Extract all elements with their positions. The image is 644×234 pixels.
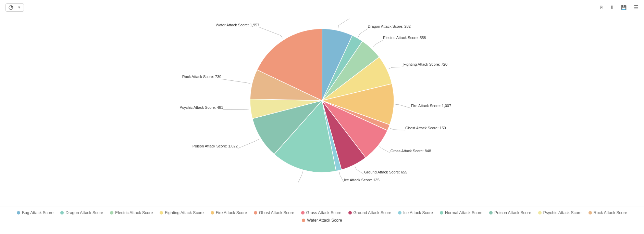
legend-label: Dragon Attack Score bbox=[65, 210, 103, 215]
legend-dot bbox=[348, 211, 352, 214]
label-text-fighting-attack-score: Fighting Attack Score: 720 bbox=[404, 62, 447, 66]
pie-chart-svg: Bug Attack Score: 755Dragon Attack Score… bbox=[168, 18, 476, 183]
legend-label: Ghost Attack Score bbox=[259, 210, 294, 215]
save-report-button[interactable]: 💾 bbox=[621, 5, 628, 10]
header-left: ▼ bbox=[5, 3, 24, 12]
legend-label: Psychic Attack Score bbox=[543, 210, 582, 215]
label-text-ghost-attack-score: Ghost Attack Score: 150 bbox=[405, 126, 446, 130]
legend-dot bbox=[110, 211, 113, 214]
legend-item-ice-attack-score: Ice Attack Score bbox=[398, 210, 433, 215]
label-text-electric-attack-score: Electric Attack Score: 558 bbox=[383, 36, 426, 40]
legend-item-water-attack-score: Water Attack Score bbox=[302, 218, 342, 223]
legend-item-psychic-attack-score: Psychic Attack Score bbox=[538, 210, 582, 215]
legend-label: Grass Attack Score bbox=[306, 210, 342, 215]
legend-dot bbox=[301, 211, 305, 214]
label-line-6 bbox=[380, 146, 391, 153]
legend-dot bbox=[589, 211, 592, 214]
legend-dot bbox=[17, 211, 20, 214]
legend-dot bbox=[60, 211, 64, 214]
legend-area: Bug Attack ScoreDragon Attack ScoreElect… bbox=[0, 207, 644, 226]
label-line-10 bbox=[238, 139, 259, 148]
label-line-12 bbox=[221, 79, 250, 83]
pie-chart-icon bbox=[9, 5, 13, 10]
legend-dot bbox=[489, 211, 493, 214]
legend-item-grass-attack-score: Grass Attack Score bbox=[301, 210, 342, 215]
header: ▼ ⎘ ⬇ 💾 ☰ bbox=[0, 0, 644, 15]
label-text-poison-attack-score: Poison Attack Score: 1,022 bbox=[193, 144, 238, 148]
legend-item-electric-attack-score: Electric Attack Score bbox=[110, 210, 153, 215]
legend-item-poison-attack-score: Poison Attack Score bbox=[489, 210, 531, 215]
save-icon: 💾 bbox=[621, 5, 627, 10]
menu-icon[interactable]: ☰ bbox=[634, 4, 639, 11]
label-line-9 bbox=[295, 171, 303, 183]
header-right: ⎘ ⬇ 💾 ☰ bbox=[600, 4, 639, 11]
legend-item-fire-attack-score: Fire Attack Score bbox=[211, 210, 247, 215]
label-text-ice-attack-score: Ice Attack Score: 135 bbox=[344, 178, 380, 182]
label-text-ground-attack-score: Ground Attack Score: 655 bbox=[364, 170, 407, 174]
legend-dot bbox=[398, 211, 401, 214]
legend-label: Water Attack Score bbox=[307, 218, 342, 223]
legend-label: Bug Attack Score bbox=[22, 210, 53, 215]
legend-item-ground-attack-score: Ground Attack Score bbox=[348, 210, 392, 215]
legend-label: Fire Attack Score bbox=[216, 210, 247, 215]
legend-dot bbox=[302, 219, 305, 222]
legend-item-dragon-attack-score: Dragon Attack Score bbox=[60, 210, 103, 215]
label-text-rock-attack-score: Rock Attack Score: 730 bbox=[182, 75, 221, 79]
legend-item-ghost-attack-score: Ghost Attack Score bbox=[254, 210, 294, 215]
share-button[interactable]: ⎘ bbox=[600, 5, 605, 10]
label-text-grass-attack-score: Grass Attack Score: 848 bbox=[391, 149, 431, 153]
download-button[interactable]: ⬇ bbox=[610, 5, 616, 10]
legend-label: Rock Attack Score bbox=[594, 210, 627, 215]
label-text-dragon-attack-score: Dragon Attack Score: 282 bbox=[368, 24, 411, 28]
legend-dot bbox=[440, 211, 443, 214]
legend-label: Poison Attack Score bbox=[494, 210, 531, 215]
label-line-11 bbox=[223, 109, 249, 110]
label-text-water-attack-score: Water Attack Score: 1,957 bbox=[216, 23, 259, 27]
legend-item-fighting-attack-score: Fighting Attack Score bbox=[160, 210, 203, 215]
legend-label: Ice Attack Score bbox=[403, 210, 433, 215]
chart-area: Bug Attack Score: 755Dragon Attack Score… bbox=[0, 15, 644, 207]
label-line-2 bbox=[373, 40, 383, 47]
chevron-down-icon: ▼ bbox=[17, 5, 21, 9]
legend-dot bbox=[160, 211, 163, 214]
label-line-3 bbox=[388, 67, 404, 69]
legend-dot bbox=[211, 211, 214, 214]
legend-label: Fighting Attack Score bbox=[165, 210, 203, 215]
legend-item-rock-attack-score: Rock Attack Score bbox=[589, 210, 627, 215]
chart-type-selector[interactable]: ▼ bbox=[5, 3, 24, 12]
pie-container: Bug Attack Score: 755Dragon Attack Score… bbox=[168, 18, 476, 183]
legend-dot bbox=[538, 211, 542, 214]
label-line-8 bbox=[339, 172, 344, 182]
label-line-5 bbox=[390, 128, 405, 130]
legend-label: Electric Attack Score bbox=[115, 210, 153, 215]
legend-label: Ground Attack Score bbox=[354, 210, 392, 215]
legend-label: Normal Attack Score bbox=[445, 210, 482, 215]
share-icon: ⎘ bbox=[600, 5, 603, 10]
legend-dot bbox=[254, 211, 257, 214]
download-icon: ⬇ bbox=[610, 5, 614, 10]
legend-item-normal-attack-score: Normal Attack Score bbox=[440, 210, 482, 215]
label-text-fire-attack-score: Fire Attack Score: 1,007 bbox=[411, 104, 451, 108]
legend-item-bug-attack-score: Bug Attack Score bbox=[17, 210, 53, 215]
label-line-13 bbox=[259, 27, 283, 39]
label-line-0 bbox=[338, 18, 349, 29]
label-line-7 bbox=[355, 166, 364, 174]
label-text-psychic-attack-score: Psychic Attack Score: 481 bbox=[179, 105, 223, 109]
label-line-1 bbox=[358, 29, 368, 37]
label-line-4 bbox=[396, 104, 411, 108]
